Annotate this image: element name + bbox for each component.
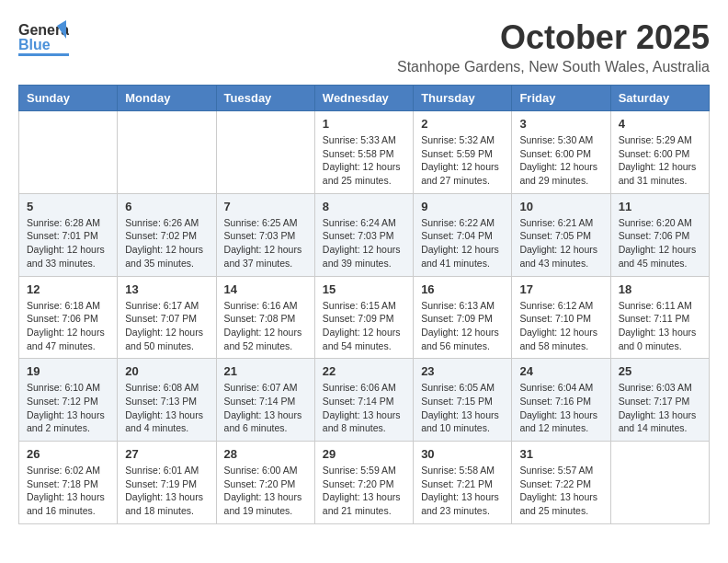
day-number: 4 xyxy=(619,117,701,131)
day-number: 19 xyxy=(27,364,109,378)
calendar-cell: 16Sunrise: 6:13 AM Sunset: 7:09 PM Dayli… xyxy=(414,276,512,359)
calendar-cell: 3Sunrise: 5:30 AM Sunset: 6:00 PM Daylig… xyxy=(512,111,610,194)
day-number: 25 xyxy=(619,364,701,378)
day-number: 14 xyxy=(224,282,307,296)
day-number: 23 xyxy=(421,364,504,378)
day-info: Sunrise: 5:30 AM Sunset: 6:00 PM Dayligh… xyxy=(519,133,602,188)
calendar-cell: 5Sunrise: 6:28 AM Sunset: 7:01 PM Daylig… xyxy=(19,193,118,276)
day-number: 12 xyxy=(27,282,109,296)
calendar-week-row: 1Sunrise: 5:33 AM Sunset: 5:58 PM Daylig… xyxy=(19,111,710,194)
calendar-cell: 11Sunrise: 6:20 AM Sunset: 7:06 PM Dayli… xyxy=(610,193,709,276)
calendar-cell xyxy=(19,111,118,194)
calendar-header-row: SundayMondayTuesdayWednesdayThursdayFrid… xyxy=(19,86,710,111)
day-header-monday: Monday xyxy=(118,86,216,111)
calendar-cell: 9Sunrise: 6:22 AM Sunset: 7:04 PM Daylig… xyxy=(414,193,512,276)
calendar-cell: 20Sunrise: 6:08 AM Sunset: 7:13 PM Dayli… xyxy=(118,359,216,442)
calendar-cell: 2Sunrise: 5:32 AM Sunset: 5:59 PM Daylig… xyxy=(414,111,512,194)
day-number: 26 xyxy=(27,447,109,461)
day-info: Sunrise: 6:10 AM Sunset: 7:12 PM Dayligh… xyxy=(27,381,109,435)
calendar-cell xyxy=(610,442,709,524)
day-info: Sunrise: 5:33 AM Sunset: 5:58 PM Dayligh… xyxy=(323,133,405,188)
day-info: Sunrise: 6:06 AM Sunset: 7:14 PM Dayligh… xyxy=(323,381,405,435)
day-number: 8 xyxy=(323,200,405,213)
day-info: Sunrise: 5:59 AM Sunset: 7:20 PM Dayligh… xyxy=(323,464,405,518)
calendar-cell: 27Sunrise: 6:01 AM Sunset: 7:19 PM Dayli… xyxy=(118,442,216,524)
calendar-week-row: 19Sunrise: 6:10 AM Sunset: 7:12 PM Dayli… xyxy=(19,359,710,442)
day-number: 6 xyxy=(125,200,208,213)
calendar-week-row: 26Sunrise: 6:02 AM Sunset: 7:18 PM Dayli… xyxy=(19,442,710,524)
day-info: Sunrise: 6:02 AM Sunset: 7:18 PM Dayligh… xyxy=(27,464,109,518)
calendar-cell xyxy=(216,111,314,194)
day-header-friday: Friday xyxy=(512,86,610,111)
calendar-cell: 1Sunrise: 5:33 AM Sunset: 5:58 PM Daylig… xyxy=(314,111,413,194)
calendar-cell: 31Sunrise: 5:57 AM Sunset: 7:22 PM Dayli… xyxy=(512,442,610,524)
day-info: Sunrise: 6:00 AM Sunset: 7:20 PM Dayligh… xyxy=(224,464,307,518)
day-number: 7 xyxy=(224,200,307,213)
calendar-cell: 23Sunrise: 6:05 AM Sunset: 7:15 PM Dayli… xyxy=(414,359,512,442)
day-info: Sunrise: 6:20 AM Sunset: 7:06 PM Dayligh… xyxy=(619,216,701,270)
day-info: Sunrise: 6:08 AM Sunset: 7:13 PM Dayligh… xyxy=(125,381,208,435)
calendar-cell: 17Sunrise: 6:12 AM Sunset: 7:10 PM Dayli… xyxy=(512,276,610,359)
day-number: 20 xyxy=(125,364,208,378)
day-number: 31 xyxy=(519,447,602,461)
day-header-tuesday: Tuesday xyxy=(216,86,314,111)
day-header-thursday: Thursday xyxy=(414,86,512,111)
day-info: Sunrise: 6:04 AM Sunset: 7:16 PM Dayligh… xyxy=(519,381,602,435)
day-number: 24 xyxy=(519,364,602,378)
day-number: 11 xyxy=(619,200,701,213)
day-info: Sunrise: 6:25 AM Sunset: 7:03 PM Dayligh… xyxy=(224,216,307,270)
day-info: Sunrise: 6:11 AM Sunset: 7:11 PM Dayligh… xyxy=(619,299,701,353)
day-info: Sunrise: 6:05 AM Sunset: 7:15 PM Dayligh… xyxy=(421,381,504,435)
calendar-cell: 14Sunrise: 6:16 AM Sunset: 7:08 PM Dayli… xyxy=(216,276,314,359)
day-number: 5 xyxy=(27,200,109,213)
day-number: 21 xyxy=(224,364,307,378)
calendar-cell: 22Sunrise: 6:06 AM Sunset: 7:14 PM Dayli… xyxy=(314,359,413,442)
day-number: 13 xyxy=(125,282,208,296)
day-info: Sunrise: 5:29 AM Sunset: 6:00 PM Dayligh… xyxy=(619,133,701,188)
day-info: Sunrise: 6:28 AM Sunset: 7:01 PM Dayligh… xyxy=(27,216,109,270)
day-info: Sunrise: 6:16 AM Sunset: 7:08 PM Dayligh… xyxy=(224,299,307,353)
day-header-wednesday: Wednesday xyxy=(314,86,413,111)
day-info: Sunrise: 6:24 AM Sunset: 7:03 PM Dayligh… xyxy=(323,216,405,270)
day-info: Sunrise: 6:01 AM Sunset: 7:19 PM Dayligh… xyxy=(125,464,208,518)
page-header: General Blue October 2025 Stanhope Garde… xyxy=(18,18,710,75)
day-info: Sunrise: 5:58 AM Sunset: 7:21 PM Dayligh… xyxy=(421,464,504,518)
calendar-cell: 10Sunrise: 6:21 AM Sunset: 7:05 PM Dayli… xyxy=(512,193,610,276)
calendar-cell: 4Sunrise: 5:29 AM Sunset: 6:00 PM Daylig… xyxy=(610,111,709,194)
calendar-cell: 21Sunrise: 6:07 AM Sunset: 7:14 PM Dayli… xyxy=(216,359,314,442)
calendar-cell: 28Sunrise: 6:00 AM Sunset: 7:20 PM Dayli… xyxy=(216,442,314,524)
day-number: 17 xyxy=(519,282,602,296)
day-info: Sunrise: 5:32 AM Sunset: 5:59 PM Dayligh… xyxy=(421,133,504,188)
logo: General Blue xyxy=(18,18,73,60)
logo-icon: General Blue xyxy=(18,18,69,60)
calendar-cell: 6Sunrise: 6:26 AM Sunset: 7:02 PM Daylig… xyxy=(118,193,216,276)
day-info: Sunrise: 6:12 AM Sunset: 7:10 PM Dayligh… xyxy=(519,299,602,353)
day-header-saturday: Saturday xyxy=(610,86,709,111)
calendar-cell: 18Sunrise: 6:11 AM Sunset: 7:11 PM Dayli… xyxy=(610,276,709,359)
calendar-cell: 24Sunrise: 6:04 AM Sunset: 7:16 PM Dayli… xyxy=(512,359,610,442)
day-header-sunday: Sunday xyxy=(19,86,118,111)
day-number: 2 xyxy=(421,117,504,131)
day-info: Sunrise: 5:57 AM Sunset: 7:22 PM Dayligh… xyxy=(519,464,602,518)
svg-text:Blue: Blue xyxy=(18,37,51,52)
day-info: Sunrise: 6:07 AM Sunset: 7:14 PM Dayligh… xyxy=(224,381,307,435)
calendar-cell: 8Sunrise: 6:24 AM Sunset: 7:03 PM Daylig… xyxy=(314,193,413,276)
day-number: 29 xyxy=(323,447,405,461)
calendar-table: SundayMondayTuesdayWednesdayThursdayFrid… xyxy=(18,85,710,524)
day-info: Sunrise: 6:18 AM Sunset: 7:06 PM Dayligh… xyxy=(27,299,109,353)
location-title: Stanhope Gardens, New South Wales, Austr… xyxy=(397,59,710,75)
day-info: Sunrise: 6:17 AM Sunset: 7:07 PM Dayligh… xyxy=(125,299,208,353)
calendar-cell: 25Sunrise: 6:03 AM Sunset: 7:17 PM Dayli… xyxy=(610,359,709,442)
day-number: 3 xyxy=(519,117,602,131)
day-info: Sunrise: 6:22 AM Sunset: 7:04 PM Dayligh… xyxy=(421,216,504,270)
day-info: Sunrise: 6:26 AM Sunset: 7:02 PM Dayligh… xyxy=(125,216,208,270)
calendar-cell: 7Sunrise: 6:25 AM Sunset: 7:03 PM Daylig… xyxy=(216,193,314,276)
calendar-cell: 30Sunrise: 5:58 AM Sunset: 7:21 PM Dayli… xyxy=(414,442,512,524)
day-number: 15 xyxy=(323,282,405,296)
calendar-cell: 15Sunrise: 6:15 AM Sunset: 7:09 PM Dayli… xyxy=(314,276,413,359)
calendar-week-row: 12Sunrise: 6:18 AM Sunset: 7:06 PM Dayli… xyxy=(19,276,710,359)
day-info: Sunrise: 6:15 AM Sunset: 7:09 PM Dayligh… xyxy=(323,299,405,353)
day-number: 1 xyxy=(323,117,405,131)
day-number: 28 xyxy=(224,447,307,461)
calendar-week-row: 5Sunrise: 6:28 AM Sunset: 7:01 PM Daylig… xyxy=(19,193,710,276)
